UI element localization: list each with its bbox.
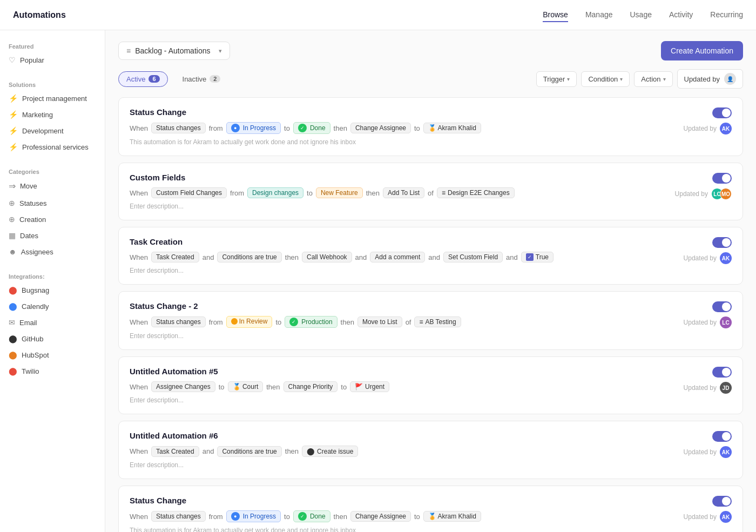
updated-by-4: Updated by LC	[684, 316, 732, 328]
trigger-filter-button[interactable]: Trigger ▾	[536, 71, 577, 87]
sidebar-item-calendly[interactable]: ⬤ Calendly	[0, 298, 105, 314]
updated-by-1: Updated by AK	[684, 123, 732, 134]
sidebar-item-label: Development	[22, 127, 64, 135]
sidebar-item-label: Move	[20, 182, 37, 190]
updated-by-label: Updated by	[684, 75, 720, 83]
toggle-7[interactable]	[712, 496, 732, 507]
plus-circle-icon: ⊕	[9, 199, 15, 207]
lightning-icon: ⚡	[9, 94, 18, 103]
github-icon: ⬤	[9, 334, 17, 343]
card-title-3: Task Creation	[130, 237, 183, 246]
card-desc-1: This automation is for Akram to actually…	[130, 138, 634, 146]
updated-by-filter-button[interactable]: Updated by 👤	[677, 69, 744, 89]
github-icon-chip: ⬤	[307, 447, 315, 455]
plus-circle-icon-2: ⊕	[9, 215, 15, 224]
tab-browse[interactable]: Browse	[543, 8, 568, 22]
action-label: Action	[641, 75, 660, 83]
main-content: ≡ Backlog - Automations ▾ Create Automat…	[105, 30, 756, 532]
active-tab-label: Active	[126, 75, 145, 83]
automation-card-2: Custom Fields When Custom Field Changes …	[118, 163, 743, 220]
app-title: Automations	[13, 10, 66, 20]
checkbox-icon: ✓	[526, 253, 534, 261]
card-title-4: Status Change - 2	[130, 301, 198, 311]
card-desc-2: Enter description...	[130, 203, 634, 210]
sidebar-item-label: Popular	[20, 56, 44, 64]
calendly-icon: ⬤	[9, 302, 17, 311]
filter-buttons: Trigger ▾ Condition ▾ Action ▾ Updated b…	[536, 69, 743, 89]
arrow-icon: ⇒	[9, 181, 16, 191]
email-icon: ✉	[9, 318, 15, 327]
sidebar-item-label: Dates	[20, 232, 38, 240]
card-rule-4: When Status changes from In Review to ✓ …	[130, 316, 634, 328]
card-desc-3: Enter description...	[130, 267, 634, 274]
sidebar-item-label: Professional services	[22, 143, 89, 151]
sidebar-section-featured: Featured	[0, 39, 105, 52]
automation-card-3: Task Creation When Task Created and Cond…	[118, 227, 743, 285]
avatar-group-2: LC MO	[711, 188, 732, 200]
tab-recurring[interactable]: Recurring	[710, 8, 743, 22]
create-automation-button[interactable]: Create Automation	[661, 41, 743, 60]
avatar-1: AK	[720, 123, 732, 134]
sidebar-item-twilio[interactable]: ⬤ Twilio	[0, 363, 105, 379]
sidebar-item-email[interactable]: ✉ Email	[0, 314, 105, 331]
status-icon-blue: ●	[231, 124, 240, 132]
toggle-4[interactable]	[712, 301, 732, 312]
tab-activity[interactable]: Activity	[669, 8, 693, 22]
tab-manage[interactable]: Manage	[585, 8, 613, 22]
condition-filter-button[interactable]: Condition ▾	[581, 71, 630, 87]
calendar-icon: ▦	[9, 231, 16, 240]
sidebar-item-label: Bugsnag	[22, 286, 49, 294]
sidebar-item-label: Email	[19, 319, 37, 327]
backlog-selector[interactable]: ≡ Backlog - Automations ▾	[118, 42, 230, 60]
automation-card-5: Untitled Automation #5 When Assignee Cha…	[118, 356, 743, 414]
sidebar-item-dates[interactable]: ▦ Dates	[0, 227, 105, 244]
automation-card-4: Status Change - 2 When Status changes fr…	[118, 291, 743, 350]
inactive-tab-label: Inactive	[183, 75, 207, 83]
sidebar-section-categories: Categories	[0, 164, 105, 177]
sidebar-item-move[interactable]: ⇒ Move	[0, 177, 105, 195]
updated-by-avatar-icon: 👤	[724, 73, 736, 85]
card-desc-6: Enter description...	[130, 461, 634, 469]
sidebar-item-label: Assignees	[21, 248, 53, 256]
card-rule-3: When Task Created and Conditions are tru…	[130, 252, 634, 262]
sidebar-item-creation[interactable]: ⊕ Creation	[0, 211, 105, 227]
filter-tabs: Active 6 Inactive 2 Trigger ▾ Condition …	[118, 69, 743, 89]
filter-tab-active[interactable]: Active 6	[118, 71, 168, 87]
sidebar-item-development[interactable]: ⚡ Development	[0, 123, 105, 139]
card-title-1: Status Change	[130, 107, 186, 117]
card-desc-4: Enter description...	[130, 332, 634, 340]
sidebar-item-github[interactable]: ⬤ GitHub	[0, 331, 105, 347]
twilio-icon: ⬤	[9, 367, 17, 375]
sidebar-item-project-management[interactable]: ⚡ Project management	[0, 90, 105, 106]
lightning-icon-3: ⚡	[9, 126, 18, 135]
card-title-6: Untitled Automation #6	[130, 431, 218, 440]
sidebar-item-professional-services[interactable]: ⚡ Professional services	[0, 139, 105, 155]
sidebar-item-popular[interactable]: ♡ Popular	[0, 52, 105, 68]
sidebar-item-assignees[interactable]: ☻ Assignees	[0, 244, 105, 260]
tab-usage[interactable]: Usage	[630, 8, 651, 22]
sidebar-item-marketing[interactable]: ⚡ Marketing	[0, 106, 105, 123]
card-rule-5: When Assignee Changes to 🏅 Court then Ch…	[130, 381, 634, 392]
heart-icon: ♡	[9, 56, 16, 64]
action-filter-button[interactable]: Action ▾	[634, 71, 672, 87]
toggle-2[interactable]	[712, 173, 732, 184]
updated-by-3: Updated by AK	[684, 252, 732, 264]
sidebar-item-label: Project management	[22, 95, 87, 103]
sidebar-item-bugsnag[interactable]: ⬤ Bugsnag	[0, 282, 105, 298]
card-rule-6: When Task Created and Conditions are tru…	[130, 446, 634, 457]
sidebar: Featured ♡ Popular Solutions ⚡ Project m…	[0, 30, 105, 532]
list-icon: ≡	[126, 46, 131, 55]
top-nav-tabs: Browse Manage Usage Activity Recurring	[543, 8, 743, 22]
toggle-6[interactable]	[712, 431, 732, 442]
sidebar-item-statuses[interactable]: ⊕ Statuses	[0, 195, 105, 211]
chevron-down-icon-trigger: ▾	[567, 76, 570, 82]
toggle-5[interactable]	[712, 367, 732, 378]
automation-card-7: Status Change When Status changes from ●…	[118, 486, 743, 532]
updated-by-7: Updated by AK	[684, 511, 732, 523]
lightning-icon-4: ⚡	[9, 143, 18, 151]
filter-tab-inactive[interactable]: Inactive 2	[174, 71, 229, 87]
toggle-3[interactable]	[712, 237, 732, 248]
sidebar-item-hubspot[interactable]: ⬤ HubSpot	[0, 347, 105, 363]
toggle-1[interactable]	[712, 107, 732, 118]
avatar-6: AK	[720, 446, 732, 458]
